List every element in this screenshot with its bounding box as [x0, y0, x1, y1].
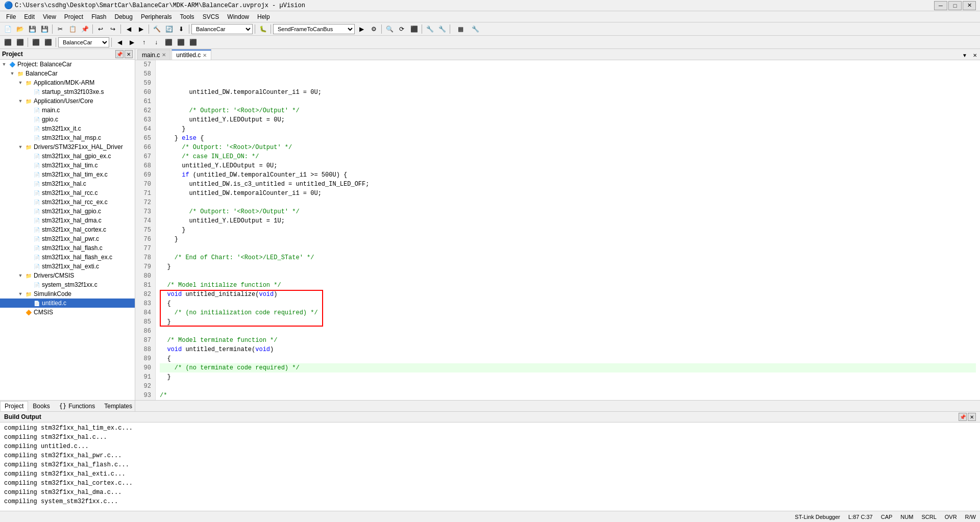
bottom-tab-project[interactable]: Project — [0, 401, 28, 411]
tree-item-system-stm32[interactable]: 📄system_stm32f1xx.c — [0, 280, 135, 289]
menu-item-file[interactable]: File — [2, 12, 20, 21]
zoom-btn[interactable]: 🔍 — [384, 23, 395, 35]
settings-btn[interactable]: ⚙ — [368, 23, 379, 35]
tree-item-cmsis[interactable]: 🔶CMSIS — [0, 308, 135, 317]
bottom-tab-templates[interactable]: Templates — [100, 401, 137, 411]
line-number-79: 79 — [139, 262, 151, 271]
close-button[interactable]: ✕ — [963, 1, 976, 10]
customize-btn[interactable]: 🔧 — [470, 23, 481, 35]
tab-untitled-c-close[interactable]: ✕ — [203, 53, 207, 58]
tb2-nav6[interactable]: ⬛ — [175, 37, 186, 48]
menu-item-project[interactable]: Project — [60, 12, 87, 21]
build-button[interactable]: 🔨 — [151, 23, 162, 35]
tree-item-stm32-tim[interactable]: 📄stm32f1xx_hal_tim.c — [0, 161, 135, 170]
debug-button[interactable]: 🐛 — [257, 23, 268, 35]
tree-item-drivers-cmsis[interactable]: ▼📁Drivers/CMSIS — [0, 271, 135, 280]
tree-item-balancecar[interactable]: ▼📁BalanceCar — [0, 69, 135, 78]
save-all-button[interactable]: 💾 — [39, 23, 50, 35]
maximize-button[interactable]: □ — [948, 1, 962, 10]
tb2-btn1[interactable]: ⬛ — [2, 37, 13, 48]
undo-button[interactable]: ↩ — [95, 23, 106, 35]
tb2-nav3[interactable]: ↑ — [138, 37, 150, 48]
new-file-button[interactable]: 📄 — [2, 23, 13, 35]
code-editor[interactable]: 5758596061626364656667686970717273747576… — [135, 60, 980, 400]
menu-item-help[interactable]: Help — [253, 12, 274, 21]
tree-item-stm32-gpio-ex[interactable]: 📄stm32f1xx_hal_gpio_ex.c — [0, 152, 135, 161]
target-dropdown[interactable]: BalanceCar — [191, 24, 253, 34]
tree-item-stm32-pwr[interactable]: 📄stm32f1xx_hal_pwr.c — [0, 234, 135, 243]
tree-item-stm32-hal[interactable]: 📄stm32f1xx_hal.c — [0, 179, 135, 188]
tree-item-untitled-c[interactable]: 📄untitled.c — [0, 299, 135, 308]
menu-item-peripherals[interactable]: Peripherals — [137, 12, 176, 21]
menu-item-edit[interactable]: Edit — [20, 12, 39, 21]
bottom-tab-books[interactable]: Books — [28, 401, 54, 411]
tb2-dropdown[interactable]: BalanceCar — [58, 37, 109, 47]
minimize-button[interactable]: ─ — [934, 1, 947, 10]
tree-item-app-user[interactable]: ▼📁Application/User/Core — [0, 96, 135, 106]
build-pin-button[interactable]: 📌 — [959, 413, 967, 421]
sendframe-btn[interactable]: ▶ — [356, 23, 367, 35]
tree-item-stm32-exti[interactable]: 📄stm32f1xx_hal_exti.c — [0, 262, 135, 271]
panel-pin-button[interactable]: 📌 — [115, 50, 124, 58]
build-close-button[interactable]: ✕ — [968, 413, 976, 421]
tab-main-c[interactable]: main.c ✕ — [137, 49, 170, 60]
tree-item-startup[interactable]: 📄startup_stm32f103xe.s — [0, 87, 135, 96]
tools-btn[interactable]: 🔧 — [424, 23, 435, 35]
tree-item-main-c[interactable]: 📄main.c — [0, 106, 135, 115]
save-button[interactable]: 💾 — [27, 23, 38, 35]
tabs-menu-button[interactable]: ▼ — [960, 51, 970, 60]
sendframe-dropdown[interactable]: SendFrameToCanBus — [273, 24, 355, 34]
stop-btn[interactable]: ⬛ — [408, 23, 420, 35]
tree-item-stm32-gpio[interactable]: 📄stm32f1xx_hal_gpio.c — [0, 207, 135, 216]
cut-button[interactable]: ✂ — [55, 23, 66, 35]
tb2-btn2[interactable]: ⬛ — [14, 37, 26, 48]
menu-item-tools[interactable]: Tools — [176, 12, 199, 21]
paste-button[interactable]: 📌 — [79, 23, 90, 35]
tb2-nav1[interactable]: ◀ — [114, 37, 125, 48]
menu-item-debug[interactable]: Debug — [111, 12, 137, 21]
code-content[interactable]: untitled_DW.temporalCounter_i1 = 0U; /* … — [156, 60, 980, 400]
tb2-nav2[interactable]: ▶ — [126, 37, 137, 48]
tree-item-stm32-flash-ex[interactable]: 📄stm32f1xx_hal_flash_ex.c — [0, 253, 135, 262]
view-btn[interactable]: ▦ — [452, 23, 469, 35]
tb2-nav4[interactable]: ↓ — [151, 37, 162, 48]
redo-button[interactable]: ↪ — [107, 23, 118, 35]
titlebar-controls[interactable]: ─ □ ✕ — [934, 1, 976, 10]
menu-item-view[interactable]: View — [39, 12, 60, 21]
tree-item-stm32-flash[interactable]: 📄stm32f1xx_hal_flash.c — [0, 243, 135, 253]
tree-item-stm32-tim-ex[interactable]: 📄stm32f1xx_hal_tim_ex.c — [0, 170, 135, 179]
tb2-btn3[interactable]: ⬛ — [30, 37, 41, 48]
bottom-tab-functions[interactable]: {} Functions — [55, 401, 100, 411]
panel-close-button[interactable]: ✕ — [125, 50, 133, 58]
tb2-nav5[interactable]: ⬛ — [163, 37, 174, 48]
tree-item-stm32-cortex[interactable]: 📄stm32f1xx_hal_cortex.c — [0, 225, 135, 234]
tree-item-root[interactable]: ▼🔷Project: BalanceCar — [0, 60, 135, 69]
tree-item-simulink-code[interactable]: ▼📁SimulinkCode — [0, 289, 135, 299]
menu-item-flash[interactable]: Flash — [87, 12, 110, 21]
load-button[interactable]: ⬇ — [176, 23, 187, 35]
tree-item-stm32-dma[interactable]: 📄stm32f1xx_hal_dma.c — [0, 216, 135, 225]
tree-item-stm32f1xx-it[interactable]: 📄stm32f1xx_it.c — [0, 124, 135, 133]
back-button[interactable]: ◀ — [123, 23, 134, 35]
copy-button[interactable]: 📋 — [67, 23, 78, 35]
close-editor-button[interactable]: ✕ — [970, 51, 980, 60]
tree-label-stm32-flash: stm32f1xx_hal_flash.c — [42, 244, 103, 252]
tab-untitled-c[interactable]: untitled.c ✕ — [172, 49, 211, 60]
tree-item-stm32-rcc-ex[interactable]: 📄stm32f1xx_hal_rcc_ex.c — [0, 197, 135, 207]
rebuild-button[interactable]: 🔄 — [163, 23, 175, 35]
menu-item-svcs[interactable]: SVCS — [199, 12, 224, 21]
tree-item-stm32-rcc[interactable]: 📄stm32f1xx_hal_rcc.c — [0, 188, 135, 197]
tb2-btn4[interactable]: ⬛ — [42, 37, 54, 48]
tree-item-gpio-c[interactable]: 📄gpio.c — [0, 115, 135, 124]
refresh-btn[interactable]: ⟳ — [396, 23, 407, 35]
tb2-nav7[interactable]: ⬛ — [187, 37, 199, 48]
forward-button[interactable]: ▶ — [135, 23, 146, 35]
tree-item-app-mdk[interactable]: ▼📁Application/MDK-ARM — [0, 78, 135, 87]
tree-item-stm32f1xx-hal-msp[interactable]: 📄stm32f1xx_hal_msp.c — [0, 133, 135, 142]
open-button[interactable]: 📂 — [14, 23, 26, 35]
line-number-74: 74 — [139, 216, 151, 226]
tab-main-c-close[interactable]: ✕ — [162, 52, 166, 58]
tree-item-drivers-hal[interactable]: ▼📁Drivers/STM32F1xx_HAL_Driver — [0, 142, 135, 152]
menu-item-window[interactable]: Window — [223, 12, 253, 21]
more-btn[interactable]: 🔧 — [436, 23, 448, 35]
